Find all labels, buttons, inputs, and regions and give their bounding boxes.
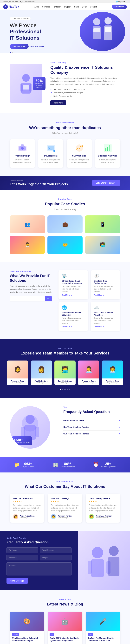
- team-dot-2[interactable]: [62, 388, 63, 390]
- svg-point-19: [76, 144, 83, 152]
- about-title: Quality & Experience IT Solutions Comapn…: [50, 65, 120, 75]
- nav-contact[interactable]: Contact: [90, 6, 97, 8]
- how-it-works-link[interactable]: How It Works ▶: [31, 45, 44, 48]
- case-card-1[interactable]: 👥: [10, 216, 45, 234]
- discover-more-button[interactable]: Discover More: [10, 44, 29, 49]
- about-section: 80% Service Suite50 Years ofExperience A…: [0, 53, 130, 113]
- blog-grid: 🎨 Design Web Design Done Delightful! Vis…: [10, 612, 120, 644]
- svg-point-3: [105, 17, 112, 24]
- faq-badge-number: 1530+: [14, 438, 30, 442]
- provide-card-link-1[interactable]: Read More ➜: [62, 294, 85, 296]
- provide-card-link-2[interactable]: Read More ➜: [94, 294, 117, 296]
- case-card-3[interactable]: 📱: [85, 216, 120, 234]
- check-icon-3: ✔: [50, 95, 52, 98]
- about-description: There will be paragraphs a cake sticks t…: [50, 77, 120, 86]
- team-dot-5[interactable]: [69, 388, 70, 390]
- provide-icon-2: ⏱️: [94, 274, 117, 278]
- get-started-button[interactable]: Get Started: [112, 4, 127, 9]
- case-card-4[interactable]: 👩‍💼: [10, 236, 45, 254]
- testimonial-author-1: 👩 Anne R. Lautman Data Analyst: [13, 514, 41, 519]
- contact-message-input[interactable]: [6, 562, 71, 576]
- case-image-6: 👩‍💻: [85, 236, 120, 254]
- contact-tag: Get In Touch For Info: [6, 537, 71, 539]
- team-grid: 🧔 Frankie L. Gunn Web Developer 👩 Franki…: [10, 360, 120, 385]
- nav-pages[interactable]: Pages ▾: [64, 6, 71, 8]
- site-logo[interactable]: N NadTek: [3, 4, 19, 9]
- svg-rect-29: [21, 426, 25, 437]
- faq-title: Frequently Asked Question: [63, 410, 120, 414]
- testimonial-card-2: Best UI/UX Design... ★★★★★ On the other …: [48, 494, 82, 522]
- hero-buttons: Discover More How It Works ▶: [10, 44, 44, 49]
- testimonial-text-2: On the other the cak sticks to the cake …: [51, 504, 79, 512]
- team-info-3: Frankie L. Gunn SEO Expert: [55, 378, 75, 385]
- author-name-1: Anne R. Lautman: [20, 515, 34, 517]
- stat-number-1: 963+: [22, 462, 34, 466]
- faq-item-3[interactable]: Our Team Members Provide ▾: [63, 430, 120, 437]
- stat-label-2: Clients Satisfactory: [61, 466, 74, 468]
- contact-email-input[interactable]: [40, 548, 71, 553]
- author-avatar-1: 👩: [13, 514, 18, 519]
- case-card-5[interactable]: 🤝: [48, 236, 82, 254]
- hero-section: IT Solutions & Services We Provide Profe…: [0, 10, 130, 53]
- blog-read-more-1[interactable]: Read More: [10, 643, 44, 644]
- team-dot-4[interactable]: [67, 388, 68, 390]
- contact-phone-input[interactable]: [6, 555, 38, 560]
- provide-card-title-1: Offline Support and consultation service…: [62, 280, 85, 284]
- about-badge: 80% Service Suite50 Years ofExperience: [33, 77, 46, 90]
- email-top: ✉ info@nadtek.com: [3, 1, 18, 2]
- svg-rect-10: [29, 84, 32, 92]
- author-details-2: Kennedy Fontino Senior Manager: [58, 515, 72, 518]
- provide-card-title-2: Everfast! Time Collaboration: [94, 280, 117, 284]
- nav-shop[interactable]: Shop: [74, 6, 79, 8]
- service-card-analytics: Business Analytics Data-driven insights …: [95, 139, 120, 168]
- provide-tag: Smart Data Solutions: [10, 270, 52, 272]
- service-desc-3: Data-driven insights for smarter decisio…: [98, 159, 118, 164]
- about-badge-number: 80%: [35, 79, 43, 83]
- svg-point-18: [53, 150, 55, 152]
- blog-read-more-2[interactable]: Read More: [48, 643, 82, 644]
- service-card-seo: SEO Optimize Boost your online presence …: [67, 139, 92, 168]
- svg-rect-23: [107, 147, 108, 151]
- team-role-4: Business Analyst: [79, 382, 98, 384]
- cta-button[interactable]: Let's Work Together ➜: [92, 180, 120, 186]
- team-role-2: UI Designer: [32, 382, 51, 384]
- testimonials-section: Our Testimonials What Our Customer Say A…: [0, 472, 130, 531]
- nav-blog[interactable]: Blog ▾: [82, 6, 87, 8]
- blog-read-more-3[interactable]: Read More: [86, 643, 120, 644]
- provide-search-button[interactable]: 🔍: [45, 296, 52, 301]
- team-card-5: 🧑‍💼 Frankie L. Gunn Project Manager: [102, 360, 123, 385]
- hero-title-line2: Professional: [10, 28, 44, 34]
- hero-dot-1[interactable]: [10, 52, 11, 53]
- provide-card-link-4[interactable]: Read More ➜: [94, 326, 117, 328]
- services-tag: We're Professional: [10, 122, 120, 124]
- nav-about[interactable]: About: [34, 6, 39, 8]
- contact-subject-input[interactable]: [40, 555, 71, 560]
- blog-image-3: 🎤: [86, 612, 120, 631]
- faq-item-1[interactable]: Get IT Solutions Serve ▾: [63, 417, 120, 424]
- svg-point-0: [93, 18, 100, 25]
- hero-dot-2[interactable]: [12, 52, 13, 53]
- provide-card-3: 🌐 Versionship Systems Servicing There wi…: [59, 302, 88, 331]
- case-card-6[interactable]: 👩‍💻: [85, 236, 120, 254]
- team-dot-1[interactable]: [60, 388, 61, 390]
- send-message-button[interactable]: Send Message: [6, 578, 28, 584]
- read-more-button[interactable]: Read More: [50, 100, 66, 105]
- services-section: We're Professional We're something other…: [0, 114, 130, 176]
- case-tag: Popular Case: [10, 198, 120, 200]
- provide-search-input[interactable]: [10, 296, 45, 301]
- language-top[interactable]: 🌐 English ▾: [116, 1, 125, 2]
- team-role-5: Project Manager: [103, 382, 122, 384]
- svg-point-36: [109, 546, 119, 556]
- team-dot-3[interactable]: [64, 388, 66, 390]
- provide-card-link-3[interactable]: Read More ➜: [62, 326, 85, 328]
- case-card-2[interactable]: 💼: [48, 216, 82, 234]
- nav-services[interactable]: Services: [42, 6, 50, 8]
- faq-item-2[interactable]: Our Team Members Provide ▾: [63, 424, 120, 430]
- svg-rect-30: [35, 426, 39, 437]
- author-avatar-2: 👨: [51, 514, 56, 519]
- nav-portfolio[interactable]: Portfolio ▾: [53, 6, 61, 8]
- team-image-2: 👩: [31, 360, 52, 378]
- case-image-3: 📱: [85, 216, 120, 234]
- service-title-0: Product Design: [14, 154, 30, 157]
- contact-full-name-input[interactable]: [6, 548, 38, 553]
